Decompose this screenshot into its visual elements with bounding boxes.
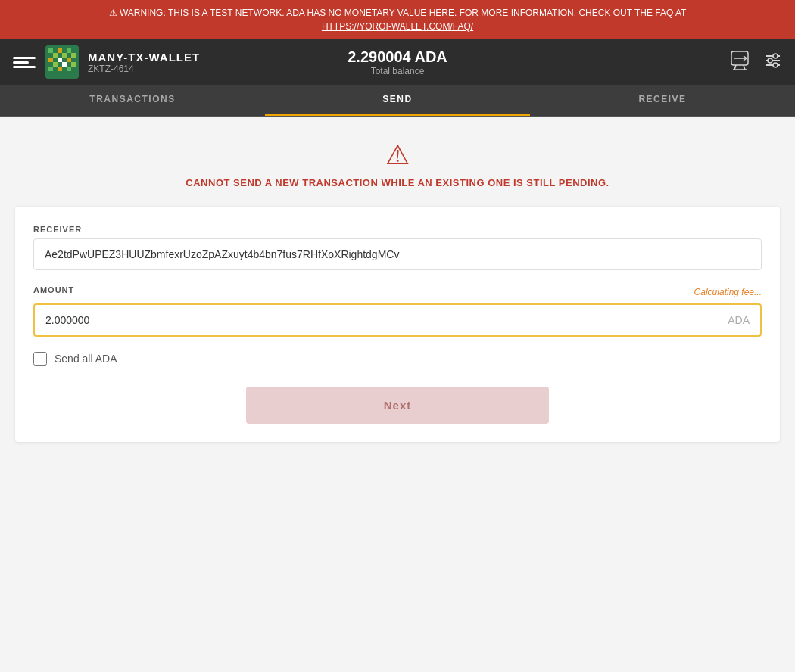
receiver-field-group: RECEIVER (33, 225, 762, 270)
warning-banner: ⚠ WARNING: THIS IS A TEST NETWORK. ADA H… (0, 0, 795, 39)
send-all-row: Send all ADA (33, 352, 762, 366)
svg-rect-11 (62, 62, 67, 67)
pending-text: CANNOT SEND A NEW TRANSACTION WHILE AN E… (186, 177, 609, 188)
svg-rect-3 (67, 48, 71, 53)
amount-field-group: AMOUNT Calculating fee... ADA (33, 285, 762, 337)
receiver-label: RECEIVER (33, 225, 762, 234)
svg-rect-9 (71, 53, 76, 58)
amount-input-wrapper: ADA (33, 303, 762, 337)
svg-rect-10 (53, 62, 58, 67)
svg-rect-1 (48, 48, 53, 53)
header-actions (730, 50, 783, 75)
svg-point-25 (773, 63, 778, 67)
balance-amount: 2.290004 ADA (348, 48, 447, 66)
wallet-avatar (45, 45, 79, 79)
receiver-input[interactable] (33, 238, 762, 270)
header-left: MANY-TX-WALLET ZKTZ-4614 (12, 45, 200, 79)
warning-triangle-icon: ⚠ (385, 139, 410, 171)
svg-rect-18 (71, 71, 76, 76)
svg-rect-4 (48, 58, 53, 62)
svg-rect-17 (62, 71, 67, 76)
tab-receive[interactable]: RECEIVE (530, 85, 795, 116)
send-all-checkbox[interactable] (33, 352, 47, 366)
svg-point-24 (768, 58, 772, 63)
balance-label: Total balance (348, 66, 447, 76)
next-button[interactable]: Next (246, 387, 549, 424)
calculating-fee-text: Calculating fee... (694, 287, 762, 297)
svg-rect-14 (58, 67, 62, 71)
tab-send[interactable]: SEND (265, 85, 530, 116)
main-content: ⚠ CANNOT SEND A NEW TRANSACTION WHILE AN… (0, 117, 795, 465)
wallet-id: ZKTZ-4614 (88, 64, 200, 74)
svg-rect-13 (48, 67, 53, 71)
wallet-name: MANY-TX-WALLET (88, 51, 200, 64)
svg-rect-12 (71, 62, 76, 67)
send-icon[interactable] (730, 50, 751, 75)
nav-tabs: TRANSACTIONS SEND RECEIVE (0, 85, 795, 117)
header-balance-section: 2.290004 ADA Total balance (348, 48, 447, 76)
svg-rect-5 (58, 58, 62, 62)
amount-header: AMOUNT Calculating fee... (33, 285, 762, 299)
svg-rect-7 (53, 53, 58, 58)
svg-rect-15 (67, 67, 71, 71)
svg-rect-8 (62, 53, 67, 58)
header: MANY-TX-WALLET ZKTZ-4614 2.290004 ADA To… (0, 39, 795, 85)
settings-icon[interactable] (763, 51, 783, 74)
amount-input[interactable] (35, 305, 760, 335)
currency-label: ADA (728, 314, 750, 326)
yoroi-logo-icon (12, 50, 36, 74)
tab-transactions[interactable]: TRANSACTIONS (0, 85, 265, 116)
pending-warning: ⚠ CANNOT SEND A NEW TRANSACTION WHILE AN… (15, 139, 780, 188)
send-all-label: Send all ADA (55, 353, 117, 365)
svg-rect-6 (67, 58, 71, 62)
warning-text: ⚠ WARNING: THIS IS A TEST NETWORK. ADA H… (109, 8, 687, 18)
amount-label: AMOUNT (33, 285, 74, 294)
faq-link[interactable]: HTTPS://YOROI-WALLET.COM/FAQ/ (322, 21, 473, 32)
svg-point-23 (773, 54, 778, 58)
wallet-info: MANY-TX-WALLET ZKTZ-4614 (88, 51, 200, 74)
svg-rect-16 (53, 71, 58, 76)
send-form-card: RECEIVER AMOUNT Calculating fee... ADA S… (15, 207, 780, 442)
svg-rect-2 (58, 48, 62, 53)
